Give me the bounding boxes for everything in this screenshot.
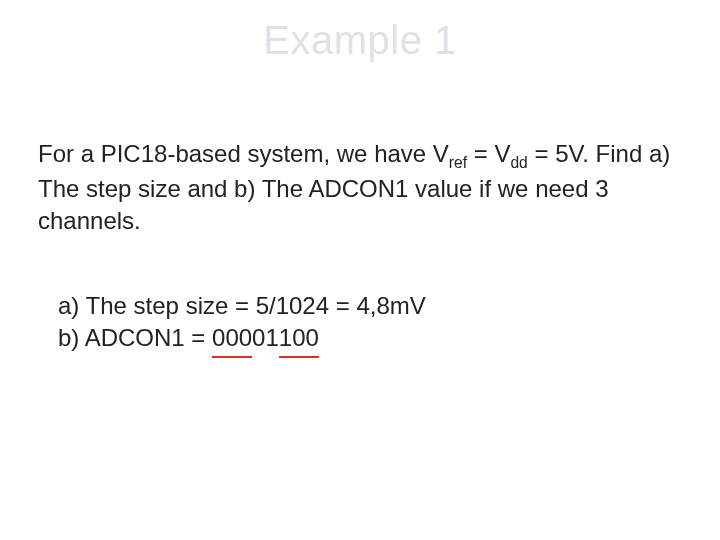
subscript-ref: ref: [449, 154, 467, 171]
question-text: For a PIC18-based system, we have Vref =…: [38, 138, 678, 238]
subscript-dd: dd: [510, 154, 527, 171]
answer-b-underline2: 100: [279, 322, 319, 357]
answer-b-mid: 01: [252, 324, 279, 351]
answer-b-prefix: b) ADCON1 =: [58, 324, 212, 351]
answer-block: a) The step size = 5/1024 = 4,8mV b) ADC…: [58, 290, 658, 358]
answer-a: a) The step size = 5/1024 = 4,8mV: [58, 290, 658, 322]
question-mid1: = V: [467, 140, 510, 167]
slide-title: Example 1: [0, 18, 720, 63]
answer-b: b) ADCON1 = 00001100: [58, 322, 658, 357]
question-prefix: For a PIC18-based system, we have V: [38, 140, 449, 167]
answer-b-underline1: 000: [212, 322, 252, 357]
